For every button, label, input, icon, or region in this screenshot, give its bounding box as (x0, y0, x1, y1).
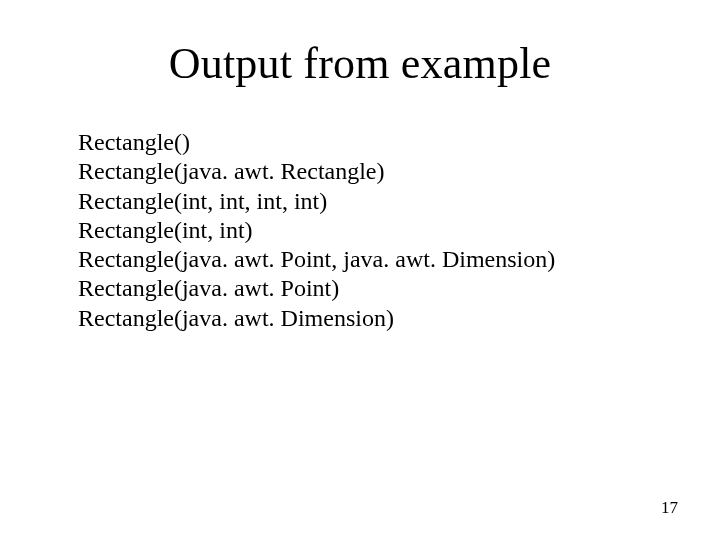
output-line: Rectangle(java. awt. Point, java. awt. D… (78, 245, 658, 274)
output-line: Rectangle(java. awt. Point) (78, 274, 658, 303)
output-line: Rectangle(int, int, int, int) (78, 187, 658, 216)
output-line: Rectangle() (78, 128, 658, 157)
slide-title: Output from example (0, 38, 720, 89)
output-line: Rectangle(java. awt. Dimension) (78, 304, 658, 333)
output-line: Rectangle(java. awt. Rectangle) (78, 157, 658, 186)
page-number: 17 (661, 498, 678, 518)
slide-body: Rectangle() Rectangle(java. awt. Rectang… (78, 128, 658, 333)
slide: Output from example Rectangle() Rectangl… (0, 0, 720, 540)
output-line: Rectangle(int, int) (78, 216, 658, 245)
